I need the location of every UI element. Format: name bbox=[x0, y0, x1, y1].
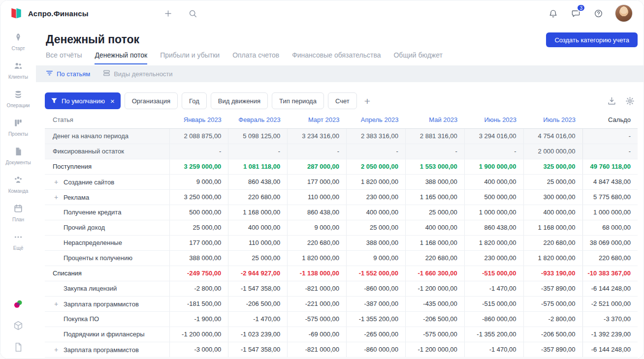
tab-4[interactable]: Финансовые обязательства bbox=[292, 51, 381, 64]
export-download-icon[interactable] bbox=[607, 96, 616, 106]
sidebar-item-3[interactable]: Проекты bbox=[2, 115, 34, 141]
cell-value: 9 000,00 bbox=[169, 174, 228, 189]
cell-value: 860 438,00 bbox=[288, 205, 347, 220]
docs-shortcut-icon[interactable] bbox=[13, 342, 24, 353]
cell-value: 220 680,00 bbox=[582, 250, 638, 266]
cell-value: -206 500,00 bbox=[228, 296, 288, 311]
table-settings-gear-icon[interactable] bbox=[625, 96, 635, 106]
sidebar-item-5[interactable]: Команда bbox=[2, 172, 34, 198]
cell-value: -206 500,00 bbox=[405, 311, 464, 327]
cell-value: -2 521 000,00 bbox=[582, 296, 638, 311]
sidebar-item-0[interactable]: Старт bbox=[2, 29, 34, 56]
cell-value: 25 000,00 bbox=[405, 205, 464, 220]
cell-value: 400 000,00 bbox=[464, 174, 523, 189]
cell-value: -515 000,00 bbox=[464, 266, 523, 281]
plan-icon bbox=[14, 204, 23, 215]
activity-icon bbox=[103, 69, 110, 78]
cell-value: -6 144 248,00 bbox=[582, 281, 638, 296]
table-row: +Зарплата программистов-181 500,00-206 5… bbox=[45, 296, 638, 311]
cell-value: 5 775 680,00 bbox=[582, 189, 638, 205]
tab-0[interactable]: Все отчёты bbox=[46, 51, 82, 64]
row-label: Покупка ПО bbox=[45, 311, 169, 327]
column-header-label: Статья bbox=[45, 115, 169, 128]
expand-plus-icon[interactable]: + bbox=[53, 193, 60, 201]
column-header-saldo: Сальдо bbox=[582, 115, 638, 128]
cell-value: -2 800,00 bbox=[523, 311, 582, 327]
table-row: +Реклама3 250 000,00220 680,00110 000,00… bbox=[45, 189, 638, 205]
row-label-text: Списания bbox=[53, 269, 82, 277]
sidebar-item-1[interactable]: Клиенты bbox=[2, 58, 34, 84]
cell-value: -435 000,00 bbox=[405, 296, 464, 311]
cell-value: -1 660 300,00 bbox=[405, 266, 464, 281]
clear-filter-icon[interactable]: × bbox=[110, 97, 115, 105]
cell-value: -181 500,00 bbox=[169, 296, 228, 311]
create-category-button[interactable]: Создать категорию учета bbox=[546, 32, 638, 47]
cell-value: 3 234 316,00 bbox=[288, 128, 347, 144]
cell-value: 388 000,00 bbox=[169, 250, 228, 266]
active-filter-chip[interactable]: По умолчанию × bbox=[45, 92, 121, 109]
active-filter-label: По умолчанию bbox=[62, 97, 105, 105]
row-label: Поступления bbox=[45, 159, 169, 174]
cell-value: -265 000,00 bbox=[347, 327, 406, 342]
subtab-1[interactable]: Виды деятельности bbox=[103, 69, 172, 78]
add-filter-button[interactable]: + bbox=[361, 96, 374, 106]
filter-chip-1[interactable]: Год bbox=[182, 92, 207, 109]
filter-chip-4[interactable]: Счет bbox=[328, 92, 357, 109]
expand-plus-icon[interactable]: + bbox=[53, 178, 60, 186]
topbar-right-icons: 3 bbox=[547, 4, 633, 22]
quick-add-button[interactable] bbox=[162, 7, 174, 19]
cell-value: -387 000,00 bbox=[347, 296, 406, 311]
tab-2[interactable]: Прибыли и убытки bbox=[160, 51, 220, 64]
sidebar-item-6[interactable]: План bbox=[2, 200, 34, 227]
coins-icon bbox=[14, 90, 23, 101]
subtab-0[interactable]: По статьям bbox=[46, 69, 90, 78]
row-label[interactable]: +Реклама bbox=[45, 189, 169, 205]
row-label[interactable]: +Зарплата программистов bbox=[45, 296, 169, 311]
sidebar-nav: СтартКлиентыОперацииПроектыДокументыКома… bbox=[2, 29, 34, 257]
filter-chip-0[interactable]: Организация bbox=[125, 92, 178, 109]
cell-value: 177 000,00 bbox=[288, 174, 347, 189]
cell-value: -249 750,00 bbox=[169, 266, 228, 281]
chat-button[interactable]: 3 bbox=[570, 7, 581, 19]
cell-value: 177 000,00 bbox=[169, 235, 228, 250]
cell-value: -515 000,00 bbox=[464, 296, 523, 311]
expand-plus-icon[interactable]: + bbox=[53, 346, 60, 354]
cell-value: - bbox=[228, 144, 288, 159]
column-header-month: Февраль 2023 bbox=[228, 115, 288, 128]
cell-value: 400 000,00 bbox=[228, 220, 288, 235]
cell-value: - bbox=[582, 144, 638, 159]
tab-1[interactable]: Денежный поток bbox=[95, 51, 147, 64]
cell-value: -1 355 200,00 bbox=[464, 327, 523, 342]
cell-value: 1 168 000,00 bbox=[405, 235, 464, 250]
tab-5[interactable]: Общий бюджет bbox=[393, 51, 442, 64]
cell-value: 325 000,00 bbox=[523, 159, 582, 174]
row-label-text: Прочий доход bbox=[64, 224, 105, 231]
filter-chip-3[interactable]: Тип периода bbox=[272, 92, 324, 109]
user-avatar[interactable] bbox=[615, 4, 633, 22]
partner-logo-icon[interactable] bbox=[13, 299, 24, 309]
search-icon[interactable] bbox=[187, 7, 199, 19]
cell-value: 388 000,00 bbox=[347, 235, 406, 250]
app-logo-icon bbox=[9, 6, 23, 20]
row-label[interactable]: +Зарплата программистов bbox=[45, 342, 169, 357]
cell-value: 2 050 000,00 bbox=[347, 159, 406, 174]
filter-chip-2[interactable]: Вид движения bbox=[211, 92, 268, 109]
cell-value: -860 000,00 bbox=[464, 311, 523, 327]
apps-cube-icon[interactable] bbox=[13, 320, 24, 331]
cell-value: 1 553 000,00 bbox=[405, 159, 464, 174]
notifications-bell-icon[interactable] bbox=[547, 7, 559, 19]
row-label-text: Денег на начало периода bbox=[53, 132, 129, 140]
tab-3[interactable]: Оплата счетов bbox=[232, 51, 279, 64]
sidebar-item-4[interactable]: Документы bbox=[2, 143, 34, 170]
rocket-icon bbox=[14, 33, 23, 44]
row-label-text: Закупка лицензий bbox=[64, 285, 117, 292]
cell-value: 5 098 125,00 bbox=[228, 128, 288, 144]
cell-value: 110 000,00 bbox=[228, 235, 288, 250]
row-label[interactable]: +Создание сайтов bbox=[45, 174, 169, 189]
help-icon[interactable] bbox=[592, 7, 604, 19]
cell-value: 287 000,00 bbox=[288, 159, 347, 174]
sidebar-item-7[interactable]: Ещё bbox=[2, 229, 34, 255]
sidebar-item-2[interactable]: Операции bbox=[2, 86, 34, 113]
cell-value: -1 200 000,00 bbox=[169, 327, 228, 342]
expand-plus-icon[interactable]: + bbox=[53, 300, 60, 308]
